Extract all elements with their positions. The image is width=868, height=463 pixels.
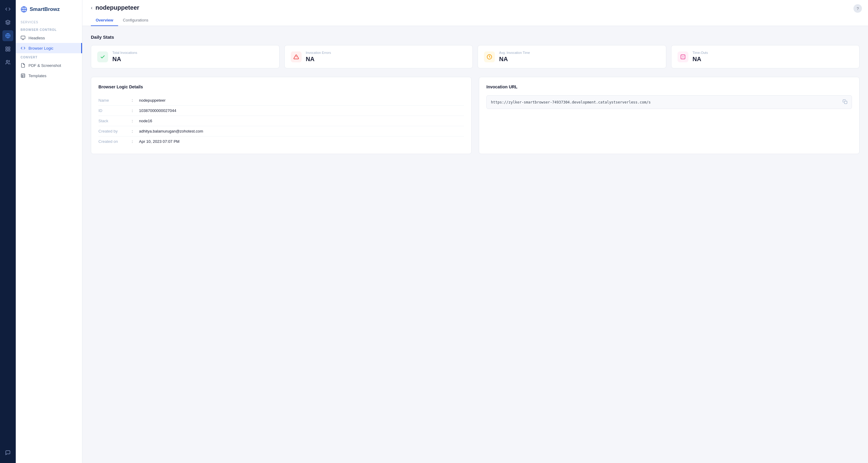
svg-rect-4: [8, 47, 10, 48]
browser-logic-details-card: Browser Logic Details Name : nodepuppete…: [91, 77, 471, 154]
sidebar-item-headless-label: Headless: [28, 36, 45, 40]
rail-icon-users[interactable]: [2, 57, 13, 68]
detail-stack-label: Stack: [98, 119, 132, 123]
rail-icon-globe[interactable]: [2, 30, 13, 41]
detail-created-on: Created on : Apr 10, 2023 07:07 PM: [98, 136, 464, 146]
services-label: Services: [16, 19, 82, 26]
invocation-url-card: Invocation URL https://zylker-smartbrows…: [479, 77, 860, 154]
avg-invocation-time-label: Avg. Invocation Time: [499, 51, 530, 55]
invocation-errors-label: Invocation Errors: [306, 51, 331, 55]
stat-card-avg-invocation-time: Avg. Invocation Time NA: [477, 45, 666, 68]
stat-card-total-invocations: Total Invocations NA: [91, 45, 280, 68]
total-invocations-icon: [97, 52, 108, 62]
total-invocations-value: NA: [112, 56, 137, 63]
total-invocations-label: Total Invocations: [112, 51, 137, 55]
sidebar-item-templates[interactable]: Templates: [16, 70, 82, 81]
sidebar-item-pdf-screenshot[interactable]: PDF & Screenshot: [16, 60, 82, 70]
sidebar-item-templates-label: Templates: [28, 73, 46, 78]
page-header: ‹ nodepuppeteer Overview Configurations: [82, 0, 868, 26]
invocation-url-box: https://zylker-smartbrowser-74937304.dev…: [486, 95, 852, 109]
stats-row: Total Invocations NA Invocation Errors N…: [91, 45, 860, 68]
tab-configurations[interactable]: Configurations: [118, 15, 153, 26]
rail-icon-layers[interactable]: [2, 17, 13, 28]
main-content: ‹ nodepuppeteer Overview Configurations …: [82, 0, 868, 463]
detail-created-on-label: Created on: [98, 139, 132, 144]
copy-url-button[interactable]: [842, 99, 847, 105]
detail-created-by-value: adhitya.balamurugan@zohotest.com: [139, 129, 203, 133]
stat-card-invocation-errors: Invocation Errors NA: [284, 45, 473, 68]
tab-bar: Overview Configurations: [91, 15, 860, 26]
sidebar-item-browser-logic-label: Browser Logic: [28, 46, 53, 51]
detail-id: ID : 10387000000027044: [98, 106, 464, 116]
svg-point-7: [6, 60, 8, 62]
page-body: Daily Stats Total Invocations NA Invocat…: [82, 26, 868, 463]
svg-marker-0: [6, 20, 10, 23]
page-title: nodepuppeteer: [95, 4, 139, 11]
svg-rect-6: [6, 49, 7, 51]
svg-rect-3: [6, 47, 7, 48]
convert-section-label: CONVERT: [16, 53, 82, 60]
icon-rail: [0, 0, 16, 463]
detail-id-value: 10387000000027044: [139, 108, 176, 113]
detail-name: Name : nodepuppeteer: [98, 95, 464, 106]
invocation-url-title: Invocation URL: [486, 85, 852, 89]
rail-icon-chat[interactable]: [2, 447, 13, 458]
time-outs-label: Time-Outs: [693, 51, 708, 55]
browser-logic-details-title: Browser Logic Details: [98, 85, 464, 89]
detail-stack-value: node16: [139, 119, 152, 123]
detail-id-colon: :: [132, 108, 139, 113]
detail-created-by: Created by : adhitya.balamurugan@zohotes…: [98, 126, 464, 136]
detail-name-colon: :: [132, 98, 139, 103]
tab-overview[interactable]: Overview: [91, 15, 118, 26]
svg-rect-21: [844, 101, 847, 104]
detail-created-by-colon: :: [132, 129, 139, 133]
sidebar-item-headless[interactable]: Headless: [16, 33, 82, 43]
invocation-errors-value: NA: [306, 56, 331, 63]
detail-created-on-colon: :: [132, 139, 139, 144]
rail-icon-grid[interactable]: [2, 43, 13, 55]
sidebar: SmartBrowz Services BROWSER CONTROL Head…: [16, 0, 82, 463]
detail-stack-colon: :: [132, 119, 139, 123]
help-button[interactable]: ?: [854, 4, 862, 13]
svg-rect-5: [8, 49, 10, 51]
details-row: Browser Logic Details Name : nodepuppete…: [91, 77, 860, 154]
back-button[interactable]: ‹: [91, 5, 92, 10]
detail-name-value: nodepuppeteer: [139, 98, 165, 103]
svg-rect-13: [21, 74, 25, 77]
browser-control-section-label: BROWSER CONTROL: [16, 26, 82, 33]
detail-created-by-label: Created by: [98, 129, 132, 133]
daily-stats-title: Daily Stats: [91, 34, 860, 40]
sidebar-item-browser-logic[interactable]: Browser Logic: [16, 43, 82, 53]
time-outs-icon: [678, 52, 688, 62]
detail-stack: Stack : node16: [98, 116, 464, 126]
svg-rect-10: [21, 36, 25, 39]
sidebar-item-pdf-label: PDF & Screenshot: [28, 63, 61, 68]
detail-name-label: Name: [98, 98, 132, 103]
invocation-errors-icon: [291, 52, 302, 62]
avg-invocation-time-value: NA: [499, 56, 530, 63]
avg-invocation-time-icon: [484, 52, 495, 62]
app-logo: SmartBrowz: [16, 5, 82, 19]
detail-id-label: ID: [98, 108, 132, 113]
invocation-url-text: https://zylker-smartbrowser-74937304.dev…: [491, 100, 840, 104]
time-outs-value: NA: [693, 56, 708, 63]
stat-card-time-outs: Time-Outs NA: [671, 45, 860, 68]
rail-icon-code[interactable]: [2, 4, 13, 14]
detail-created-on-value: Apr 10, 2023 07:07 PM: [139, 139, 180, 144]
